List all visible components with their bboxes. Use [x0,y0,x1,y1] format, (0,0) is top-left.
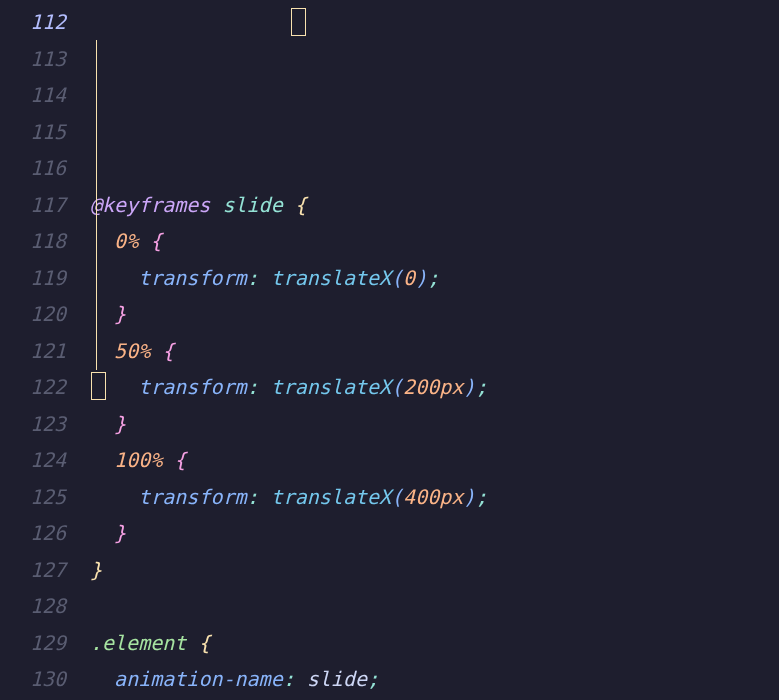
token: ( [391,266,403,290]
line-number: 121 [0,333,66,370]
code-line[interactable]: } [90,515,779,552]
token: ( [391,375,403,399]
token: { [162,339,174,363]
line-number: 114 [0,77,66,114]
token: ) [463,485,475,509]
token: translateX [271,375,391,399]
token: transform [138,375,246,399]
code-line[interactable]: 100% { [90,442,779,479]
token: animation-name [114,667,283,691]
token: transform [138,485,246,509]
line-number: 130 [0,661,66,698]
line-number: 122 [0,369,66,406]
token: ; [367,667,379,691]
code-line[interactable]: 0% { [90,223,779,260]
line-number: 128 [0,588,66,625]
token: translateX [271,266,391,290]
token: : [247,485,271,509]
line-number: 127 [0,552,66,589]
token: 100% [114,448,162,472]
line-number: 126 [0,515,66,552]
token: translateX [271,485,391,509]
token: { [198,631,210,655]
token [210,193,222,217]
line-number: 112 [0,4,66,41]
token: ; [427,266,439,290]
line-number: 115 [0,114,66,151]
line-number: 120 [0,296,66,333]
token: { [295,193,307,217]
token: { [150,229,162,253]
token: 400px [403,485,463,509]
line-number: 124 [0,442,66,479]
code-line[interactable]: @keyframes slide { [90,187,779,224]
token: @keyframes [90,193,210,217]
code-line[interactable]: 50% { [90,333,779,370]
token: ) [415,266,427,290]
code-line[interactable]: } [90,406,779,443]
token: } [90,558,102,582]
token [150,339,162,363]
token: 200px [403,375,463,399]
line-number: 117 [0,187,66,224]
token: } [114,302,126,326]
code-line[interactable]: } [90,552,779,589]
line-number: 129 [0,625,66,662]
code-line[interactable]: transform: translateX(0); [90,260,779,297]
token: .element [90,631,186,655]
line-number: 113 [0,41,66,78]
code-area[interactable]: @keyframes slide { 0% { transform: trans… [90,4,779,700]
line-number: 116 [0,150,66,187]
bracket-match-open [291,8,306,36]
token [162,448,174,472]
code-line[interactable]: .element { [90,625,779,662]
token: : [247,266,271,290]
code-line[interactable]: transform: translateX(400px); [90,479,779,516]
token: ) [463,375,475,399]
token: ; [475,375,487,399]
code-line[interactable]: animation-name: slide; [90,661,779,698]
code-line[interactable]: transform: translateX(200px); [90,369,779,406]
token: transform [138,266,246,290]
token: slide [222,193,282,217]
token: } [114,521,126,545]
code-editor[interactable]: 1121131141151161171181191201211221231241… [0,0,779,700]
line-number-gutter: 1121131141151161171181191201211221231241… [0,4,90,700]
token: } [114,412,126,436]
token [283,193,295,217]
token: 50% [114,339,150,363]
code-line[interactable]: } [90,296,779,333]
line-number: 125 [0,479,66,516]
token: { [174,448,186,472]
line-number: 119 [0,260,66,297]
token: : [247,375,271,399]
line-number: 118 [0,223,66,260]
code-line[interactable] [90,588,779,625]
token: 0 [403,266,415,290]
token: ( [391,485,403,509]
token: ; [475,485,487,509]
token: slide [307,667,367,691]
token [138,229,150,253]
line-number: 123 [0,406,66,443]
token: 0% [114,229,138,253]
token: : [283,667,307,691]
token [186,631,198,655]
